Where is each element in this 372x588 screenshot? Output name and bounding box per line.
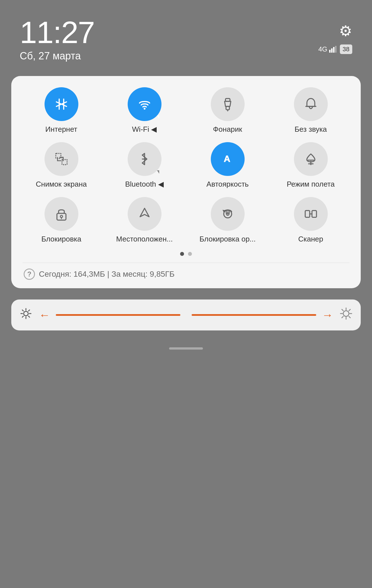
svg-point-8 bbox=[144, 108, 145, 109]
svg-rect-2 bbox=[333, 47, 335, 53]
svg-line-48 bbox=[342, 309, 343, 311]
signal-indicator: 4G bbox=[318, 45, 337, 53]
bright-sun-icon bbox=[340, 307, 352, 323]
qs-scanner-label: Сканер bbox=[298, 235, 323, 243]
clock-time: 11:27 bbox=[20, 17, 94, 48]
qs-autobrightness[interactable]: A Автояркость bbox=[189, 142, 266, 189]
qs-internet-label: Интернет bbox=[45, 125, 77, 134]
brightness-slider[interactable]: ← → bbox=[39, 309, 333, 321]
qs-screenshot-label: Снимок экрана bbox=[36, 180, 87, 189]
qs-wifi[interactable]: Wi-Fi ◀ bbox=[106, 87, 183, 134]
bluetooth-arrow-indicator bbox=[157, 170, 159, 174]
signal-battery-row: 4G 38 bbox=[318, 44, 353, 54]
svg-point-34 bbox=[24, 311, 28, 316]
qs-autobrightness-icon: A bbox=[211, 142, 245, 176]
qs-internet[interactable]: Интернет bbox=[23, 87, 100, 134]
qs-internet-icon bbox=[45, 87, 78, 121]
qs-location[interactable]: Местоположен... bbox=[106, 197, 183, 243]
qs-bluetooth[interactable]: Bluetooth ◀ bbox=[106, 142, 183, 189]
data-today: Сегодня: 164,3МБ bbox=[39, 270, 105, 278]
qs-airplane-icon bbox=[294, 142, 328, 176]
quick-settings-panel: Интернет Wi-Fi ◀ bbox=[11, 76, 361, 288]
qs-location-label: Местоположен... bbox=[116, 235, 173, 243]
qs-lock[interactable]: Блокировка bbox=[23, 197, 100, 243]
time-block: 11:27 Сб, 27 марта bbox=[20, 17, 94, 62]
qs-bluetooth-label: Bluetooth ◀ bbox=[125, 180, 164, 189]
svg-line-51 bbox=[342, 316, 343, 318]
qs-airplane[interactable]: Режим полета bbox=[272, 142, 349, 189]
settings-icon[interactable]: ⚙ bbox=[339, 23, 352, 39]
svg-point-43 bbox=[343, 311, 349, 316]
signal-label: 4G bbox=[318, 45, 327, 53]
qs-silent-label: Без звука bbox=[294, 125, 327, 134]
pagination-dot-2[interactable] bbox=[188, 252, 192, 256]
qs-bluetooth-icon bbox=[128, 142, 161, 176]
svg-text:A: A bbox=[224, 154, 230, 164]
pagination-dot-1[interactable] bbox=[180, 252, 184, 256]
qs-scanner-icon bbox=[294, 197, 328, 231]
dim-sun-icon bbox=[20, 307, 32, 323]
qs-wifi-icon bbox=[128, 87, 161, 121]
data-separator: | bbox=[107, 270, 111, 278]
wifi-arrow-indicator bbox=[157, 115, 159, 119]
qs-scanner[interactable]: Сканер bbox=[272, 197, 349, 243]
svg-line-40 bbox=[28, 316, 30, 317]
qs-lock-label: Блокировка bbox=[41, 235, 81, 243]
svg-rect-32 bbox=[312, 211, 316, 217]
qs-autobrightness-label: Автояркость bbox=[207, 180, 249, 189]
qs-wifi-label: Wi-Fi ◀ bbox=[132, 125, 157, 134]
qs-screenshot-icon bbox=[45, 142, 78, 176]
quick-settings-grid: Интернет Wi-Fi ◀ bbox=[23, 87, 349, 243]
qs-rotation-lock-label: Блокировка ор... bbox=[200, 235, 256, 243]
svg-line-42 bbox=[22, 316, 23, 317]
qs-screenshot[interactable]: Снимок экрана bbox=[23, 142, 100, 189]
svg-rect-3 bbox=[335, 46, 336, 53]
data-month: За месяц: 9,85ГБ bbox=[111, 270, 174, 278]
svg-line-41 bbox=[28, 310, 30, 311]
qs-silent-icon bbox=[294, 87, 328, 121]
svg-line-50 bbox=[349, 309, 350, 311]
svg-line-49 bbox=[349, 316, 350, 318]
data-usage-icon: ? bbox=[24, 269, 35, 280]
qs-location-icon bbox=[128, 197, 161, 231]
qs-airplane-label: Режим полета bbox=[287, 180, 335, 189]
pagination-dots bbox=[23, 252, 349, 256]
signal-bars-icon bbox=[329, 46, 337, 53]
brightness-right-arrow-icon: → bbox=[322, 309, 333, 321]
svg-rect-10 bbox=[226, 106, 229, 110]
panel-divider bbox=[23, 263, 349, 263]
qs-flashlight-icon bbox=[211, 87, 245, 121]
qs-lock-icon bbox=[45, 197, 78, 231]
brightness-track-right bbox=[192, 314, 316, 316]
svg-line-39 bbox=[22, 310, 23, 311]
home-indicator[interactable] bbox=[169, 347, 203, 350]
brightness-left-arrow-icon: ← bbox=[39, 309, 50, 321]
status-bar: 11:27 Сб, 27 марта ⚙ 4G 38 bbox=[0, 0, 372, 70]
qs-flashlight-label: Фонарик bbox=[213, 125, 242, 134]
date-display: Сб, 27 марта bbox=[20, 50, 94, 62]
data-usage-text: Сегодня: 164,3МБ | За месяц: 9,85ГБ bbox=[39, 270, 174, 279]
status-icons: ⚙ 4G 38 bbox=[318, 17, 353, 54]
svg-rect-1 bbox=[331, 48, 333, 53]
qs-rotation-lock-icon bbox=[211, 197, 245, 231]
svg-rect-31 bbox=[305, 211, 310, 217]
brightness-panel: ← → bbox=[11, 299, 361, 330]
qs-rotation-lock[interactable]: Блокировка ор... bbox=[189, 197, 266, 243]
qs-silent[interactable]: Без звука bbox=[272, 87, 349, 134]
svg-rect-0 bbox=[329, 50, 331, 53]
battery-indicator: 38 bbox=[340, 44, 352, 54]
qs-flashlight[interactable]: Фонарик bbox=[189, 87, 266, 134]
data-usage-row: ? Сегодня: 164,3МБ | За месяц: 9,85ГБ bbox=[23, 269, 349, 280]
brightness-track-left bbox=[56, 314, 180, 316]
